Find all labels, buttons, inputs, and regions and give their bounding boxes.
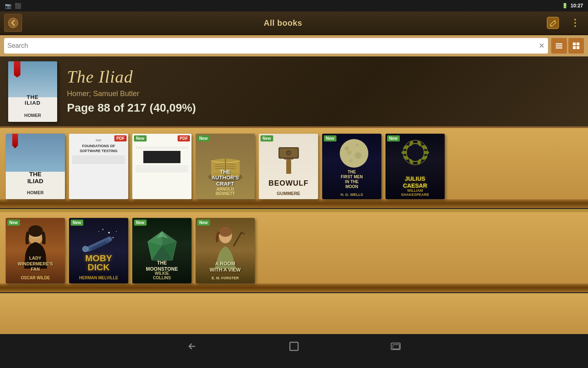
new-badge-7: New — [7, 220, 20, 226]
status-icons-left: 📷 ⬛ — [5, 3, 21, 9]
laurel-decoration — [397, 137, 434, 168]
current-book-title: The Iliad — [67, 68, 196, 85]
top-bar: All books ⋮ — [0, 11, 588, 35]
svg-rect-18 — [286, 159, 291, 174]
new-badge-10: New — [197, 220, 210, 226]
shelf-floor-2 — [0, 283, 588, 292]
top-bar-left — [4, 14, 22, 32]
new-badge: New — [134, 135, 147, 141]
svg-rect-66 — [290, 342, 298, 350]
svg-point-61 — [219, 227, 232, 237]
book-moonstone[interactable]: New THEMOONSTONE WILKIECOLLINS — [132, 218, 192, 283]
book-room-view[interactable]: New A ROOMWITH A VIEW E. — [196, 218, 255, 283]
edit-icon — [547, 17, 559, 29]
svg-point-47 — [82, 246, 88, 252]
shelf-floor-1 — [0, 199, 588, 208]
svg-rect-68 — [393, 345, 399, 349]
hammer-decoration — [272, 137, 305, 174]
new-badge-8: New — [71, 220, 83, 226]
svg-rect-5 — [556, 47, 562, 49]
svg-point-43 — [28, 225, 43, 237]
shelf-row-1: THEILIAD HOMER PDF PDF FOUNDATIONS OF SO… — [0, 128, 588, 199]
cover-author: HOMER — [8, 113, 57, 118]
new-badge-9: New — [134, 220, 147, 226]
top-bar-actions: ⋮ — [544, 14, 584, 32]
recent-nav-icon — [390, 341, 403, 351]
menu-button[interactable]: ⋮ — [566, 14, 584, 32]
new-badge-3: New — [197, 135, 210, 141]
pdf-badge: PDF — [114, 135, 127, 141]
cover-title: THEILIAD — [8, 94, 57, 106]
search-input-wrapper[interactable]: ✕ — [4, 38, 548, 54]
svg-line-64 — [234, 232, 242, 246]
list-view-button[interactable] — [551, 38, 567, 54]
shelf-row-2: New LADYWINDERMERE'SFAN OSCAR WILDE New — [0, 212, 588, 283]
book-iliad[interactable]: THEILIAD HOMER — [6, 134, 65, 199]
gem-decoration — [144, 229, 180, 262]
clock: 10:27 — [570, 3, 583, 9]
new-badge-6: New — [387, 135, 400, 141]
edit-button[interactable] — [544, 14, 562, 32]
book-lady-windermere[interactable]: New LADYWINDERMERE'SFAN OSCAR WILDE — [6, 218, 65, 283]
shelf-gap — [0, 209, 588, 212]
book-authors-craft[interactable]: New THEAUTHOR'SCRAFT ARNOLDBENNETT — [196, 134, 255, 199]
svg-point-51 — [98, 231, 99, 232]
grid-view-button[interactable] — [568, 38, 584, 54]
grid-icon — [572, 42, 580, 50]
new-badge-5: New — [324, 135, 336, 141]
camera-icon: 📷 — [5, 3, 11, 9]
svg-point-35 — [423, 151, 429, 154]
book-moby-dick[interactable]: New MOBYDICK HERMAN MELV — [69, 218, 128, 283]
home-nav-icon — [288, 341, 300, 352]
svg-rect-9 — [577, 46, 579, 49]
svg-point-52 — [116, 231, 117, 232]
battery-icon: 🔋 — [562, 3, 568, 9]
book-julius-caesar[interactable]: New JULI — [385, 134, 445, 199]
page-title: All books — [264, 18, 303, 28]
svg-rect-1 — [547, 17, 559, 29]
svg-rect-3 — [556, 43, 562, 45]
svg-point-22 — [287, 151, 290, 155]
shelf-2: New LADYWINDERMERE'SFAN OSCAR WILDE New — [0, 209, 588, 292]
svg-point-0 — [8, 18, 18, 28]
status-bar: 📷 ⬛ 🔋 10:27 — [0, 0, 588, 11]
book-beowulf[interactable]: New BEOWULF GUMMERE — [259, 134, 318, 199]
svg-point-28 — [347, 150, 352, 155]
svg-point-24 — [345, 146, 349, 150]
book-new-pdf[interactable]: New PDF — [132, 134, 192, 199]
svg-point-26 — [349, 159, 352, 162]
list-icon — [555, 42, 563, 50]
svg-point-63 — [227, 235, 229, 237]
svg-point-49 — [102, 229, 103, 230]
moon-decoration — [334, 137, 370, 170]
svg-point-50 — [112, 237, 114, 238]
svg-point-48 — [108, 232, 110, 233]
shelf-1: THEILIAD HOMER PDF PDF FOUNDATIONS OF SO… — [0, 128, 588, 208]
back-button[interactable] — [4, 14, 22, 32]
book-foundations[interactable]: PDF PDF FOUNDATIONS OF SOFTWARE TESTING — [69, 134, 128, 199]
search-input[interactable] — [7, 42, 539, 49]
current-book-banner[interactable]: THEILIAD HOMER The Iliad Homer; Samuel B… — [0, 56, 588, 128]
svg-rect-7 — [577, 43, 579, 45]
view-toggle — [551, 38, 584, 54]
current-book-author: Homer; Samuel Butler — [67, 90, 196, 98]
search-clear-icon[interactable]: ✕ — [539, 41, 545, 50]
home-nav-button[interactable] — [284, 338, 304, 355]
svg-rect-4 — [556, 45, 562, 47]
back-nav-button[interactable] — [182, 338, 202, 355]
svg-point-62 — [222, 235, 224, 237]
bookmark-ribbon — [14, 61, 20, 78]
current-book-progress: Page 88 of 217 (40,09%) — [67, 101, 196, 114]
book-first-men-moon[interactable]: New THEFIRST MENIN THEMOON H. G. WELLS — [322, 134, 381, 199]
current-book-cover[interactable]: THEILIAD HOMER — [8, 61, 57, 122]
status-icons-right: 🔋 10:27 — [562, 3, 583, 9]
back-icon — [8, 18, 18, 28]
back-nav-icon — [186, 341, 198, 351]
recent-nav-button[interactable] — [386, 338, 406, 355]
pdf-badge-2: PDF — [178, 135, 190, 141]
new-badge-4: New — [261, 135, 273, 141]
grid-icon: ⬛ — [15, 3, 21, 9]
nav-bar — [0, 334, 588, 359]
svg-rect-8 — [573, 46, 576, 49]
svg-point-25 — [355, 152, 361, 159]
